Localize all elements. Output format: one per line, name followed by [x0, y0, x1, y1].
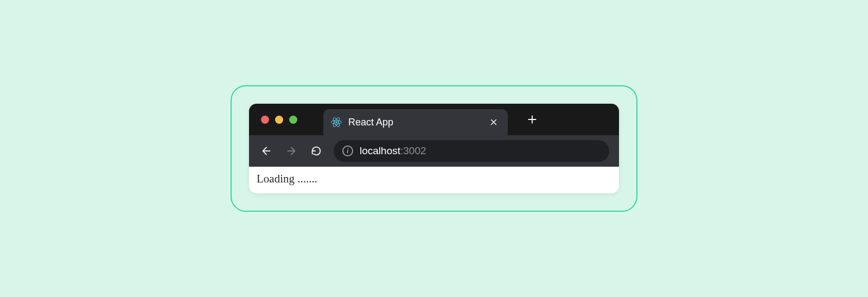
- tab-title: React App: [348, 117, 482, 128]
- window-close-button[interactable]: [261, 116, 269, 124]
- url-text: localhost:3002: [360, 145, 426, 157]
- traffic-lights: [261, 116, 297, 124]
- url-port: :3002: [400, 145, 426, 157]
- site-info-icon[interactable]: i: [342, 146, 353, 156]
- loading-text: Loading .......: [257, 172, 317, 185]
- reload-button[interactable]: [309, 143, 324, 159]
- react-icon: [331, 117, 342, 128]
- browser-window: React App: [249, 104, 619, 193]
- titlebar: React App: [249, 104, 619, 135]
- page-content: Loading .......: [249, 167, 619, 193]
- new-tab-button[interactable]: [524, 111, 540, 128]
- back-button[interactable]: [259, 143, 274, 159]
- browser-tab[interactable]: React App: [323, 109, 508, 135]
- svg-point-0: [335, 121, 337, 123]
- window-minimize-button[interactable]: [275, 116, 283, 124]
- close-tab-icon[interactable]: [488, 117, 499, 128]
- outer-frame: React App: [231, 85, 637, 212]
- forward-button[interactable]: [284, 143, 299, 159]
- toolbar: i localhost:3002: [249, 135, 619, 167]
- address-bar[interactable]: i localhost:3002: [334, 140, 609, 162]
- url-host: localhost: [360, 145, 400, 157]
- window-maximize-button[interactable]: [289, 116, 297, 124]
